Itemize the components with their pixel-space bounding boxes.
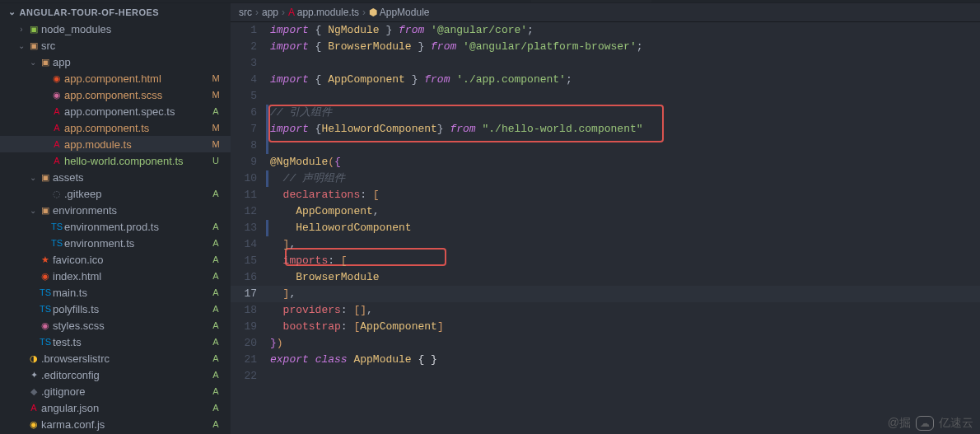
breadcrumb[interactable]: src›app›A app.module.ts›⬢ AppModule bbox=[231, 3, 980, 22]
file-tree-item[interactable]: ★favicon.icoA bbox=[0, 251, 231, 268]
code-area[interactable]: 1import { NgModule } from '@angular/core… bbox=[231, 22, 980, 434]
file-tree-item[interactable]: ⌄▣environments bbox=[0, 202, 231, 218]
tab-app-component-scss[interactable]: ◉ app.component.scss bbox=[790, 0, 928, 2]
file-tree-item[interactable]: Aapp.component.tsM bbox=[0, 119, 231, 136]
breadcrumb-item[interactable]: A app.module.ts bbox=[288, 7, 359, 18]
file-tree-item[interactable]: TSenvironment.prod.tsA bbox=[0, 218, 231, 235]
code-line[interactable]: 7import {HellowordComponent} from "./hel… bbox=[231, 121, 980, 138]
file-tree-item[interactable]: ⌄▣src bbox=[0, 37, 231, 54]
line-number: 17 bbox=[231, 286, 270, 302]
file-tree-item[interactable]: TSpolyfills.tsA bbox=[0, 301, 231, 317]
code-content: @NgModule({ bbox=[270, 154, 980, 170]
code-line[interactable]: 15 imports: [ bbox=[231, 253, 980, 269]
file-tree-item[interactable]: Aapp.component.spec.tsA bbox=[0, 103, 231, 119]
file-icon: A bbox=[49, 139, 64, 149]
file-tree-item[interactable]: Ahello-world.component.tsU bbox=[0, 152, 231, 169]
project-name: ANGULAR-TOUR-OF-HEROES bbox=[20, 7, 160, 17]
code-line[interactable]: 14 ], bbox=[231, 236, 980, 253]
code-line[interactable]: 16 BrowserModule bbox=[231, 269, 980, 286]
file-tree-item[interactable]: ◉app.component.scssM bbox=[0, 86, 231, 103]
code-line[interactable]: 9@NgModule({ bbox=[231, 154, 980, 170]
tab-hello-world-component-ts[interactable]: ◉ hello-world.component.ts bbox=[357, 0, 531, 2]
tab-app-component-ts[interactable]: ◉ app.component.ts bbox=[231, 0, 357, 2]
project-root[interactable]: ⌄ ANGULAR-TOUR-OF-HEROES bbox=[0, 3, 231, 21]
breadcrumb-item[interactable]: ⬢ AppModule bbox=[369, 7, 429, 18]
file-icon: ▣ bbox=[38, 57, 53, 68]
line-number: 2 bbox=[231, 39, 270, 55]
breadcrumb-separator-icon: › bbox=[282, 7, 285, 18]
file-tree-item[interactable]: TSmain.tsA bbox=[0, 284, 231, 301]
file-icon: ★ bbox=[38, 254, 53, 265]
code-line[interactable]: 20}) bbox=[231, 335, 980, 352]
code-line[interactable]: 13 HellowordComponent bbox=[231, 220, 980, 236]
code-line[interactable]: 2import { BrowserModule } from '@angular… bbox=[231, 39, 980, 55]
code-line[interactable]: 3 bbox=[231, 55, 980, 72]
breadcrumb-item[interactable]: app bbox=[262, 7, 278, 18]
code-line[interactable]: 5 bbox=[231, 88, 980, 105]
file-icon: TS bbox=[49, 222, 64, 231]
code-line[interactable]: 19 bootstrap: [AppComponent] bbox=[231, 319, 980, 335]
tab-app-module-ts[interactable]: ◉ app.module.ts × bbox=[531, 0, 651, 2]
code-line[interactable]: 8 bbox=[231, 138, 980, 154]
file-label: environment.ts bbox=[64, 237, 208, 250]
file-tree-item[interactable]: TSenvironment.tsA bbox=[0, 235, 231, 251]
code-line[interactable]: 6// 引入组件 bbox=[231, 105, 980, 121]
code-line[interactable]: 21export class AppModule { } bbox=[231, 352, 980, 368]
file-label: angular.json bbox=[41, 402, 208, 414]
code-line[interactable]: 12 AppComponent, bbox=[231, 203, 980, 220]
file-label: favicon.ico bbox=[53, 254, 208, 266]
file-tree-item[interactable]: ⌄▣app bbox=[0, 54, 231, 70]
line-number: 5 bbox=[231, 88, 270, 105]
file-label: app.component.ts bbox=[64, 122, 208, 134]
code-line[interactable]: 18 providers: [], bbox=[231, 302, 980, 319]
file-label: environment.prod.ts bbox=[64, 221, 208, 233]
code-content: HellowordComponent bbox=[270, 220, 980, 236]
code-line[interactable]: 11 declarations: [ bbox=[231, 187, 980, 203]
line-number: 7 bbox=[231, 121, 270, 138]
file-tree-item[interactable]: ◆.gitignoreA bbox=[0, 383, 231, 399]
file-tree-item[interactable]: ◉styles.scssA bbox=[0, 317, 231, 334]
file-label: .gitkeep bbox=[64, 188, 208, 200]
git-status: A bbox=[208, 254, 224, 264]
file-tree-item[interactable]: ◌.gitkeepA bbox=[0, 185, 231, 202]
file-tree-item[interactable]: ◉app.component.htmlM bbox=[0, 70, 231, 86]
editor-tabs: ◉ app.component.ts◉ hello-world.componen… bbox=[0, 0, 980, 3]
code-content bbox=[270, 88, 980, 105]
file-tree-item[interactable]: TStest.tsA bbox=[0, 334, 231, 350]
git-status: M bbox=[208, 73, 224, 83]
file-tree-item[interactable]: ⌄▣assets bbox=[0, 169, 231, 185]
code-line[interactable]: 10 // 声明组件 bbox=[231, 170, 980, 187]
git-status: U bbox=[208, 156, 224, 166]
code-content: ], bbox=[270, 236, 980, 253]
code-content: import { NgModule } from '@angular/core'… bbox=[270, 22, 980, 39]
file-tree-item[interactable]: Aapp.module.tsM bbox=[0, 136, 231, 152]
code-line[interactable]: 17 ], bbox=[231, 286, 980, 302]
code-line[interactable]: 4import { AppComponent } from './app.com… bbox=[231, 72, 980, 88]
file-explorer[interactable]: ⌄ ANGULAR-TOUR-OF-HEROES ›▣node_modules⌄… bbox=[0, 3, 231, 434]
git-status: A bbox=[208, 337, 224, 347]
code-line[interactable]: 22 bbox=[231, 368, 980, 385]
file-tree-item[interactable]: ✦.editorconfigA bbox=[0, 366, 231, 383]
file-tree-item[interactable]: ›▣node_modules bbox=[0, 21, 231, 37]
code-content: BrowserModule bbox=[270, 269, 980, 286]
watermark: @掘 ☁ 亿速云 bbox=[888, 416, 973, 431]
file-icon: ▣ bbox=[38, 172, 53, 183]
file-tree-item[interactable]: Aangular.jsonA bbox=[0, 399, 231, 416]
breadcrumb-item[interactable]: src bbox=[239, 7, 252, 18]
git-status: A bbox=[208, 370, 224, 380]
file-label: hello-world.component.ts bbox=[64, 155, 208, 167]
tab-app-component-html[interactable]: ◉ app.component.html bbox=[651, 0, 790, 2]
file-tree-item[interactable]: ◑.browserslistrcA bbox=[0, 350, 231, 366]
code-content: import {HellowordComponent} from "./hell… bbox=[270, 121, 980, 138]
file-label: app.module.ts bbox=[64, 138, 208, 151]
line-number: 11 bbox=[231, 187, 270, 203]
file-icon: ▣ bbox=[26, 24, 41, 35]
file-icon: ◌ bbox=[49, 189, 64, 199]
file-label: app.component.html bbox=[64, 72, 208, 85]
code-line[interactable]: 1import { NgModule } from '@angular/core… bbox=[231, 22, 980, 39]
line-number: 8 bbox=[231, 138, 270, 154]
file-tree-item[interactable]: ◉index.htmlA bbox=[0, 268, 231, 284]
breadcrumb-separator-icon: › bbox=[362, 7, 366, 18]
file-tree-item[interactable]: ◉karma.conf.jsA bbox=[0, 416, 231, 432]
git-status: A bbox=[208, 386, 224, 396]
